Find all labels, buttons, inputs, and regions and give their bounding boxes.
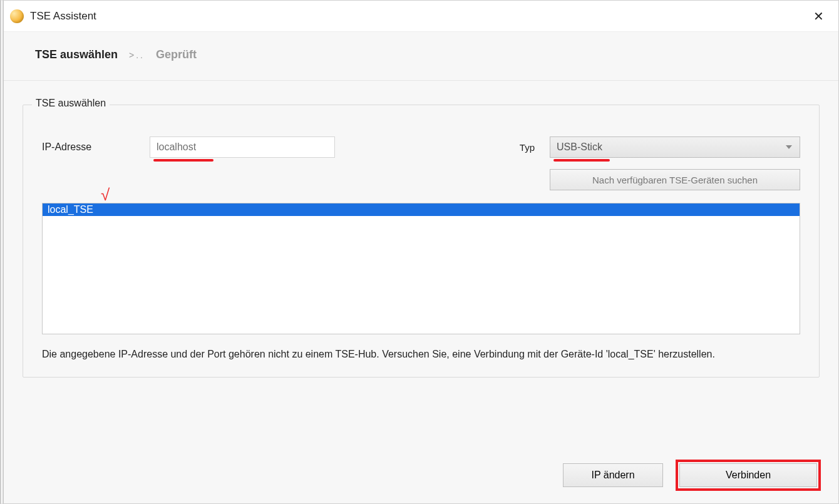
ip-aendern-button[interactable]: IP ändern <box>563 463 663 487</box>
typ-label: Typ <box>520 142 535 153</box>
close-icon[interactable]: ✕ <box>807 9 830 24</box>
group-title: TSE auswählen <box>32 98 110 109</box>
tse-auswaehlen-group: TSE auswählen IP-Adresse Typ USB-Stick <box>23 105 820 378</box>
device-list-wrap: √ local_TSE <box>42 203 800 334</box>
checkmark-icon: √ <box>101 185 110 205</box>
tse-assistent-window: TSE Assistent ✕ TSE auswählen >.. Geprüf… <box>0 0 839 504</box>
form-row: IP-Adresse Typ USB-Stick <box>42 136 800 158</box>
dialog-body: TSE auswählen IP-Adresse Typ USB-Stick <box>4 81 838 503</box>
dialog-footer: IP ändern Verbinden <box>23 451 820 491</box>
step-geprueft: Geprüft <box>156 48 197 61</box>
wizard-steps: TSE auswählen >.. Geprüft <box>4 32 838 81</box>
typ-select[interactable]: USB-Stick <box>550 136 800 158</box>
ip-input-wrap <box>150 136 335 158</box>
annotation-underline-icon <box>153 159 214 162</box>
typ-select-value: USB-Stick <box>557 141 602 153</box>
window-title: TSE Assistent <box>30 10 807 23</box>
step-separator-icon: >.. <box>129 50 145 60</box>
status-message: Die angegebene IP-Adresse und der Port g… <box>42 347 800 362</box>
verbinden-button[interactable]: Verbinden <box>679 463 817 487</box>
list-item[interactable]: local_TSE <box>43 203 800 216</box>
annotation-underline-icon <box>553 159 610 162</box>
search-tse-devices-button[interactable]: Nach verfügbaren TSE-Geräten suchen <box>550 169 800 190</box>
ip-adresse-label: IP-Adresse <box>42 141 130 153</box>
step-tse-auswaehlen[interactable]: TSE auswählen <box>35 48 118 61</box>
app-icon <box>10 9 24 23</box>
device-listbox[interactable]: local_TSE <box>42 203 800 334</box>
ip-adresse-input[interactable] <box>150 136 335 158</box>
typ-block: Typ USB-Stick <box>520 136 800 158</box>
typ-select-wrap: USB-Stick <box>550 136 800 158</box>
title-bar: TSE Assistent ✕ <box>4 1 838 32</box>
